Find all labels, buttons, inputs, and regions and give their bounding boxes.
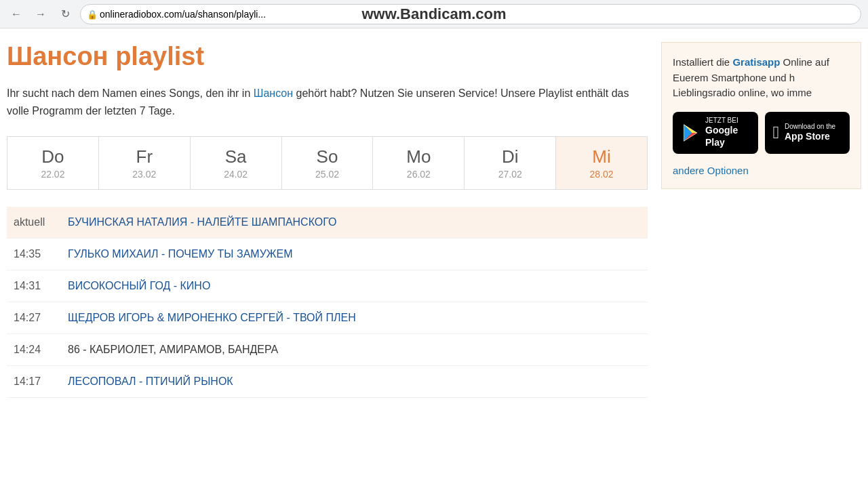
day-date: 24.02 xyxy=(196,169,276,180)
entry-title[interactable]: ЛЕСОПОВАЛ - ПТИЧИЙ РЫНОК xyxy=(68,375,233,388)
address-input[interactable] xyxy=(80,4,861,24)
day-tabs: Do 22.02 Fr 23.02 Sa 24.02 So 25.02 Mo 2… xyxy=(7,136,648,190)
page-title: Шансон playlist xyxy=(7,42,648,71)
apple-store-large: App Store xyxy=(785,130,835,142)
entry-title-link[interactable]: ВИСОКОСНЫЙ ГОД - КИНО xyxy=(68,280,210,291)
forward-button[interactable]: → xyxy=(31,5,50,24)
apple-store-button[interactable]:  Download on the App Store xyxy=(765,112,850,154)
entry-title[interactable]: ЩЕДРОВ ИГОРЬ & МИРОНЕНКО СЕРГЕЙ - ТВОЙ П… xyxy=(68,312,356,324)
description-text: Ihr sucht nach dem Namen eines Songs, de… xyxy=(7,85,648,119)
shanson-link[interactable]: Шансон xyxy=(254,87,293,99)
day-date: 26.02 xyxy=(378,169,458,180)
playlist-entry: 14:35ГУЛЬКО МИХАИЛ - ПОЧЕМУ ТЫ ЗАМУЖЕМ xyxy=(7,239,648,270)
day-date: 22.02 xyxy=(13,169,93,180)
refresh-button[interactable]: ↻ xyxy=(56,5,75,24)
back-button[interactable]: ← xyxy=(7,5,26,24)
day-date: 27.02 xyxy=(470,169,550,180)
day-tab-di[interactable]: Di 27.02 xyxy=(465,137,556,189)
entry-time: 14:35 xyxy=(14,248,54,260)
day-tab-fr[interactable]: Fr 23.02 xyxy=(99,137,191,189)
sidebar-description: Installiert die Gratisapp Online auf Eue… xyxy=(673,55,850,101)
playlist: aktuellБУЧИНСКАЯ НАТАЛИЯ - НАЛЕЙТЕ ШАМПА… xyxy=(7,207,648,398)
entry-title: 86 - КАБРИОЛЕТ, АМИРАМОВ, БАНДЕРА xyxy=(68,344,278,356)
entry-time: aktuell xyxy=(14,216,54,228)
google-play-icon xyxy=(681,123,700,142)
day-tab-do[interactable]: Do 22.02 xyxy=(7,137,99,189)
day-name: Sa xyxy=(196,146,276,167)
entry-title-link[interactable]: ГУЛЬКО МИХАИЛ - ПОЧЕМУ ТЫ ЗАМУЖЕМ xyxy=(68,248,293,260)
day-date: 25.02 xyxy=(288,169,368,180)
day-tab-so[interactable]: So 25.02 xyxy=(282,137,374,189)
apple-store-text: Download on the App Store xyxy=(785,123,835,142)
entry-title-link[interactable]: ЩЕДРОВ ИГОРЬ & МИРОНЕНКО СЕРГЕЙ - ТВОЙ П… xyxy=(68,312,356,323)
day-name: Do xyxy=(13,146,93,167)
day-name: Mi xyxy=(561,146,642,167)
apple-icon:  xyxy=(773,122,780,143)
address-bar-wrap: 🔒 xyxy=(80,4,861,24)
lock-icon: 🔒 xyxy=(87,9,98,19)
google-play-button[interactable]: JETZT BEI Google Play xyxy=(673,112,758,154)
day-tab-sa[interactable]: Sa 24.02 xyxy=(191,137,282,189)
entry-time: 14:17 xyxy=(14,375,54,388)
gratis-link[interactable]: Gratisapp xyxy=(732,56,780,68)
entry-time: 14:31 xyxy=(14,280,54,292)
entry-time: 14:27 xyxy=(14,312,54,324)
day-name: Di xyxy=(470,146,550,167)
google-play-small: JETZT BEI xyxy=(705,117,750,124)
page-content: Шансон playlist Ihr sucht nach dem Namen… xyxy=(0,28,868,405)
sidebar-text-before: Installiert die xyxy=(673,56,732,68)
apple-store-small: Download on the xyxy=(785,123,835,130)
day-tab-mi[interactable]: Mi 28.02 xyxy=(556,137,647,189)
entry-title-link[interactable]: ЛЕСОПОВАЛ - ПТИЧИЙ РЫНОК xyxy=(68,375,233,387)
main-content: Шансон playlist Ihr sucht nach dem Namen… xyxy=(7,42,648,398)
day-tab-mo[interactable]: Mo 26.02 xyxy=(373,137,465,189)
day-date: 28.02 xyxy=(561,169,642,180)
day-date: 23.02 xyxy=(104,169,184,180)
desc-text-before: Ihr sucht nach dem Namen eines Songs, de… xyxy=(7,87,254,99)
google-play-text: JETZT BEI Google Play xyxy=(705,117,750,148)
entry-title[interactable]: ВИСОКОСНЫЙ ГОД - КИНО xyxy=(68,280,210,292)
entry-title-link[interactable]: БУЧИНСКАЯ НАТАЛИЯ - НАЛЕЙТЕ ШАМПАНСКОГО xyxy=(68,216,336,228)
playlist-entry: 14:31ВИСОКОСНЫЙ ГОД - КИНО xyxy=(7,270,648,302)
day-name: Mo xyxy=(378,146,458,167)
playlist-entry: 14:17ЛЕСОПОВАЛ - ПТИЧИЙ РЫНОК xyxy=(7,366,648,398)
andere-optionen-link[interactable]: andere Optionen xyxy=(673,165,749,176)
google-play-large: Google Play xyxy=(705,124,750,148)
entry-time: 14:24 xyxy=(14,344,54,356)
entry-title[interactable]: БУЧИНСКАЯ НАТАЛИЯ - НАЛЕЙТЕ ШАМПАНСКОГО xyxy=(68,216,336,228)
store-buttons: JETZT BEI Google Play  Download on the … xyxy=(673,112,850,154)
sidebar: Installiert die Gratisapp Online auf Eue… xyxy=(661,42,861,189)
playlist-entry: aktuellБУЧИНСКАЯ НАТАЛИЯ - НАЛЕЙТЕ ШАМПА… xyxy=(7,207,648,239)
playlist-entry: 14:27ЩЕДРОВ ИГОРЬ & МИРОНЕНКО СЕРГЕЙ - Т… xyxy=(7,302,648,334)
day-name: So xyxy=(288,146,368,167)
browser-bar: ← → ↻ 🔒 www.Bandicam.com xyxy=(0,0,868,28)
playlist-entry: 14:2486 - КАБРИОЛЕТ, АМИРАМОВ, БАНДЕРА xyxy=(7,334,648,366)
entry-title[interactable]: ГУЛЬКО МИХАИЛ - ПОЧЕМУ ТЫ ЗАМУЖЕМ xyxy=(68,248,293,260)
day-name: Fr xyxy=(104,146,184,167)
